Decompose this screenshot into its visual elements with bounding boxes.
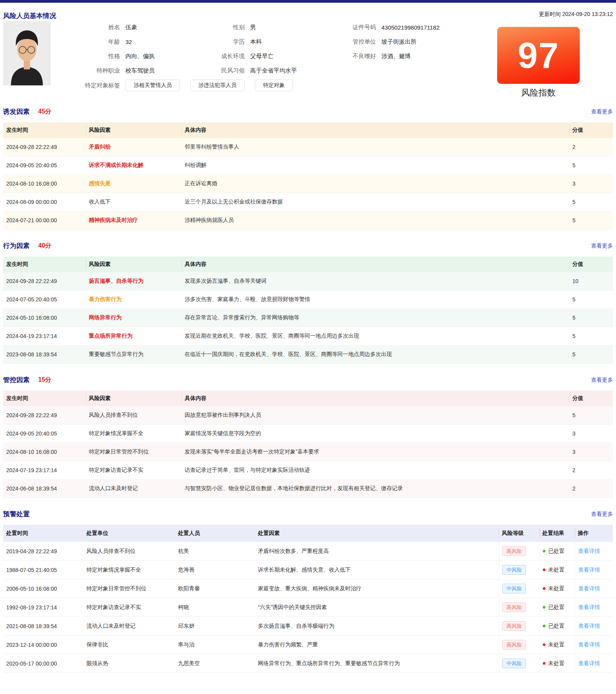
cell-factor: 特定对象访查记录不实 [86,461,182,479]
profile-fields: 姓名伍豪 性别男 证件号码430502199809171182 年龄32 学历本… [55,23,493,75]
field-value: 内向、偏执 [125,53,155,60]
table-row: 1988-07-05 21:40:05 特定对象情况掌握不全 危海善 诉求长期未… [3,561,613,579]
field-value: 涉酒、赌博 [381,53,411,60]
col-header-time: 发生时间 [3,257,86,272]
cell-risk-level: 中风险 [499,579,539,598]
view-more-link[interactable]: 查看更多 [591,511,613,518]
cell-result: 已处置 [539,542,575,560]
col-header-content: 具体内容 [182,122,569,138]
col-header-factor: 风险因素 [86,391,182,406]
cell-person: 杭美 [175,542,255,560]
cell-content: 发现多次扬言滋事、自杀等关键词 [182,272,569,290]
special-tags-row: 特定对象标签 涉相关警情人员 涉违法犯罪人员 特定对象 [55,80,303,91]
table-row: 2024-08-10 16:08:00 感情失意 正在诉讼离婚 3 [3,175,613,193]
view-more-link[interactable]: 查看更多 [591,377,613,384]
status-dot [543,662,545,665]
profile-header: 风险人员基本情况 更新时间 2024-09-20 13:23:12 姓名伍豪 性… [0,3,616,96]
cell-time: 1992-08-19 23:17:14 [3,598,83,616]
result-text: 未处置 [548,660,565,667]
risk-level-badge: 高风险 [502,546,526,556]
cell-result: 已处置 [539,598,575,616]
field-label: 不良嗜好 [337,53,376,60]
cell-time: 2024-09-05 20:40:05 [3,425,86,443]
table-body: 2024-09-28 22:22:49 风险人员排查不到位 因故意犯罪被作出刑事… [3,406,613,498]
cell-person: 欧阳青馨 [175,579,255,598]
cell-score: 2 [569,461,613,479]
cell-risk-level: 中风险 [499,561,539,579]
view-detail-link[interactable]: 查看详情 [578,623,600,630]
view-detail-link[interactable]: 查看详情 [578,585,600,592]
col-header-unit: 处置单位 [83,525,175,542]
cell-factor: 收入低下 [86,193,182,211]
view-detail-link[interactable]: 查看详情 [578,567,600,574]
tag-illegal-crime: 涉违法犯罪人员 [190,80,245,91]
field-value: 430502199809171182 [381,24,439,31]
view-detail-link[interactable]: 查看详情 [578,604,600,611]
cell-action: 查看详情 [575,579,613,598]
table-header: 发生时间 风险因素 具体内容 分值 [3,391,613,406]
top-accent-bar [0,0,616,3]
field-label: 管控单位 [337,38,376,46]
portrait-photo [3,21,51,85]
view-detail-link[interactable]: 查看详情 [578,548,600,555]
status-dot [543,587,545,590]
cell-factor: 特定对象日常管控不到位 [86,443,182,461]
cell-risk-level: 高风险 [499,617,539,635]
field-occupation: 特种职业校车驾驶员 [55,66,203,75]
cell-factor: 流动人口未及时登记 [86,480,182,497]
field-label: 特种职业 [55,67,120,74]
cell-factor: 暴力伤害行为频繁、严重 [255,636,499,654]
table-header: 发生时间 风险因素 具体内容 分值 [3,257,613,272]
avatar [3,21,51,85]
field-value: 坡子街派出所 [381,38,417,46]
col-header-score: 分值 [569,257,613,272]
field-id-number: 证件号码430502199809171182 [337,23,493,32]
cell-content: 近三个月及以上无公积金或社保缴存数据 [182,193,569,211]
field-empty [337,66,493,75]
field-label: 证件号码 [337,24,376,31]
cell-unit: 特定对象情况掌握不全 [83,561,175,579]
view-more-link[interactable]: 查看更多 [591,108,613,115]
status-dot [543,550,545,552]
cell-score: 3 [569,175,613,193]
cell-unit: 眼须从热 [83,654,175,673]
cell-result: 未处置 [539,636,575,654]
cell-risk-level: 中风险 [499,654,539,673]
field-label: 性别 [203,24,245,31]
section-score: 15分 [38,376,51,384]
col-header-factor: 风险因素 [86,122,182,138]
cell-unit: 风险人员排查不到位 [83,542,175,560]
cell-result: 已处置 [539,617,575,635]
section-behavior-factors: 行为因素 40分 查看更多 发生时间 风险因素 具体内容 分值 2024-09-… [3,241,613,364]
cell-time: 2024-04-19 23:17:14 [3,327,86,345]
cell-risk-level: 高风险 [499,636,539,654]
cell-action: 查看详情 [575,598,613,616]
cell-time: 2024-09-05 20:40:05 [3,156,86,174]
section-alert-handling: 预警处置 查看更多 处置时间 处置单位 处置人员 处置因素 风险等级 处置结果 … [3,510,613,673]
table-row: 2024-07-05 20:40:05 暴力伤害行为 涉多次伤害、家庭暴力、斗殴… [3,290,613,309]
field-label: 学历 [203,38,245,46]
risk-score-value: 97 [518,37,559,73]
cell-action: 查看详情 [575,636,613,654]
table-row: 2023-12-14 00:00:00 保律非比 率与治 暴力伤害行为频繁、严重… [3,636,613,654]
table-row: 2024-09-05 20:40:05 特定对象情况掌握不全 家庭情况等关键信息… [3,425,613,443]
view-detail-link[interactable]: 查看详情 [578,660,600,667]
cell-result: 未处置 [539,579,575,598]
col-header-action: 操作 [575,525,613,542]
cell-time: 2024-07-21 00:00:00 [3,211,86,229]
view-more-link[interactable]: 查看更多 [591,243,613,250]
cell-time: 2021-08-08 18:39:54 [3,617,83,635]
view-detail-link[interactable]: 查看详情 [578,641,600,648]
cell-person: 邱东妍 [175,617,255,635]
table-body: 2024-09-28 22:22:49 扬言滋事、自杀等行为 发现多次扬言滋事、… [3,272,613,364]
status-dot [543,643,545,646]
col-header-person: 处置人员 [175,525,255,542]
cell-score: 5 [569,290,613,308]
cell-factor: 家庭变故、重大疾病、精神疾病未及时治疗 [255,579,499,598]
field-label: 成长环境 [203,53,245,60]
cell-factor: 矛盾纠纷次数多、严重程度高 [255,542,499,560]
cell-time: 2024-08-10 16:08:00 [3,443,86,461]
cell-risk-level: 高风险 [499,598,539,616]
table-row: 2006-05-10 16:08:00 特定对象日常管控不到位 欧阳青馨 家庭变… [3,579,613,598]
cell-score: 5 [569,193,613,211]
